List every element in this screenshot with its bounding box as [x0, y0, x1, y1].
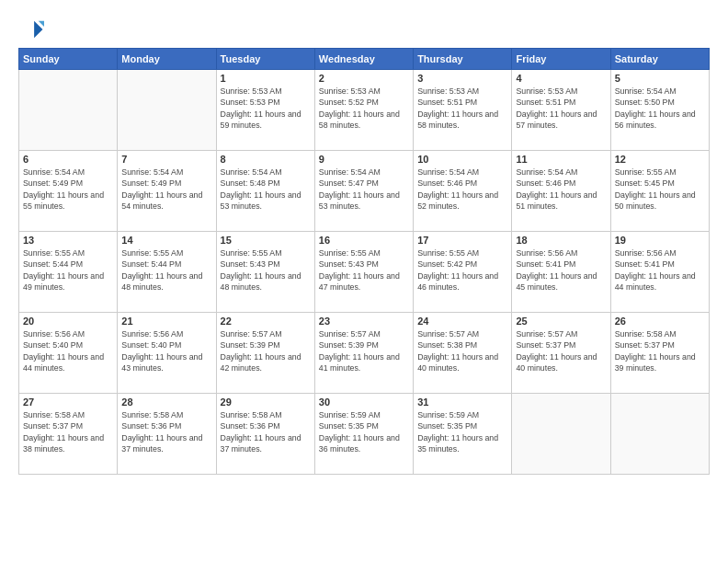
day-info: Sunrise: 5:58 AMSunset: 5:36 PMDaylight:…	[221, 409, 311, 454]
calendar-day-header: Saturday	[610, 49, 709, 70]
calendar-cell: 30Sunrise: 5:59 AMSunset: 5:35 PMDayligh…	[314, 394, 413, 475]
day-number: 8	[221, 154, 311, 165]
day-number: 4	[516, 73, 606, 84]
day-info: Sunrise: 5:57 AMSunset: 5:38 PMDaylight:…	[417, 328, 507, 373]
calendar-cell: 7Sunrise: 5:54 AMSunset: 5:49 PMDaylight…	[118, 151, 216, 232]
calendar-cell: 1Sunrise: 5:53 AMSunset: 5:53 PMDaylight…	[216, 70, 314, 151]
day-number: 2	[319, 73, 409, 84]
day-info: Sunrise: 5:58 AMSunset: 5:37 PMDaylight:…	[23, 409, 113, 454]
calendar-cell: 9Sunrise: 5:54 AMSunset: 5:47 PMDaylight…	[314, 151, 413, 232]
day-info: Sunrise: 5:53 AMSunset: 5:52 PMDaylight:…	[319, 86, 409, 131]
calendar-cell: 13Sunrise: 5:55 AMSunset: 5:44 PMDayligh…	[19, 232, 118, 313]
calendar-cell	[610, 394, 709, 475]
calendar-week-row: 20Sunrise: 5:56 AMSunset: 5:40 PMDayligh…	[19, 313, 710, 394]
day-number: 10	[417, 154, 507, 165]
day-info: Sunrise: 5:59 AMSunset: 5:35 PMDaylight:…	[417, 409, 507, 454]
day-info: Sunrise: 5:54 AMSunset: 5:49 PMDaylight:…	[23, 167, 113, 212]
day-info: Sunrise: 5:56 AMSunset: 5:41 PMDaylight:…	[516, 247, 606, 293]
day-number: 5	[615, 73, 705, 84]
day-number: 14	[121, 235, 211, 246]
calendar-week-row: 6Sunrise: 5:54 AMSunset: 5:49 PMDaylight…	[19, 151, 710, 232]
calendar-cell	[512, 394, 610, 475]
calendar-day-header: Friday	[512, 49, 610, 70]
day-info: Sunrise: 5:56 AMSunset: 5:40 PMDaylight:…	[23, 328, 113, 373]
calendar-cell: 23Sunrise: 5:57 AMSunset: 5:39 PMDayligh…	[314, 313, 413, 394]
calendar-cell: 18Sunrise: 5:56 AMSunset: 5:41 PMDayligh…	[512, 232, 610, 313]
day-number: 28	[121, 396, 211, 408]
calendar-cell: 6Sunrise: 5:54 AMSunset: 5:49 PMDaylight…	[19, 151, 118, 232]
day-info: Sunrise: 5:53 AMSunset: 5:51 PMDaylight:…	[417, 86, 507, 131]
calendar-cell: 19Sunrise: 5:56 AMSunset: 5:41 PMDayligh…	[610, 232, 709, 313]
calendar-cell	[19, 70, 118, 151]
day-info: Sunrise: 5:54 AMSunset: 5:50 PMDaylight:…	[615, 86, 705, 131]
day-number: 23	[319, 316, 409, 327]
day-number: 13	[23, 235, 113, 246]
day-number: 31	[417, 396, 507, 408]
calendar-cell: 31Sunrise: 5:59 AMSunset: 5:35 PMDayligh…	[414, 394, 512, 475]
calendar-cell: 16Sunrise: 5:55 AMSunset: 5:43 PMDayligh…	[314, 232, 413, 313]
day-info: Sunrise: 5:54 AMSunset: 5:46 PMDaylight:…	[516, 167, 606, 212]
calendar-cell: 21Sunrise: 5:56 AMSunset: 5:40 PMDayligh…	[118, 313, 216, 394]
day-info: Sunrise: 5:54 AMSunset: 5:48 PMDaylight:…	[221, 167, 311, 212]
day-number: 21	[121, 316, 211, 327]
day-info: Sunrise: 5:55 AMSunset: 5:44 PMDaylight:…	[121, 247, 211, 293]
calendar-cell: 14Sunrise: 5:55 AMSunset: 5:44 PMDayligh…	[118, 232, 216, 313]
calendar-week-row: 1Sunrise: 5:53 AMSunset: 5:53 PMDaylight…	[19, 70, 710, 151]
calendar-week-row: 27Sunrise: 5:58 AMSunset: 5:37 PMDayligh…	[19, 394, 710, 475]
day-info: Sunrise: 5:55 AMSunset: 5:43 PMDaylight:…	[221, 247, 311, 293]
calendar-cell: 11Sunrise: 5:54 AMSunset: 5:46 PMDayligh…	[512, 151, 610, 232]
day-info: Sunrise: 5:56 AMSunset: 5:41 PMDaylight:…	[615, 247, 705, 293]
day-number: 7	[121, 154, 211, 165]
calendar-cell: 8Sunrise: 5:54 AMSunset: 5:48 PMDaylight…	[216, 151, 314, 232]
day-info: Sunrise: 5:54 AMSunset: 5:46 PMDaylight:…	[417, 167, 507, 212]
calendar-cell: 3Sunrise: 5:53 AMSunset: 5:51 PMDaylight…	[414, 70, 512, 151]
day-number: 24	[417, 316, 507, 327]
header	[18, 17, 710, 42]
calendar-cell: 10Sunrise: 5:54 AMSunset: 5:46 PMDayligh…	[414, 151, 512, 232]
calendar-cell: 24Sunrise: 5:57 AMSunset: 5:38 PMDayligh…	[414, 313, 512, 394]
day-number: 20	[23, 316, 113, 327]
day-info: Sunrise: 5:57 AMSunset: 5:39 PMDaylight:…	[221, 328, 311, 373]
day-info: Sunrise: 5:53 AMSunset: 5:53 PMDaylight:…	[221, 86, 311, 131]
calendar-day-header: Monday	[118, 49, 216, 70]
day-number: 6	[23, 154, 113, 165]
calendar-cell: 22Sunrise: 5:57 AMSunset: 5:39 PMDayligh…	[216, 313, 314, 394]
day-info: Sunrise: 5:56 AMSunset: 5:40 PMDaylight:…	[121, 328, 211, 373]
page: SundayMondayTuesdayWednesdayThursdayFrid…	[0, 0, 728, 563]
calendar-cell: 15Sunrise: 5:55 AMSunset: 5:43 PMDayligh…	[216, 232, 314, 313]
day-number: 9	[319, 154, 409, 165]
logo	[18, 17, 48, 42]
calendar-cell	[118, 70, 216, 151]
day-number: 16	[319, 235, 409, 246]
day-info: Sunrise: 5:58 AMSunset: 5:36 PMDaylight:…	[121, 409, 211, 454]
svg-marker-1	[39, 21, 44, 27]
day-number: 1	[221, 73, 311, 84]
logo-icon	[18, 17, 44, 42]
day-info: Sunrise: 5:55 AMSunset: 5:44 PMDaylight:…	[23, 247, 113, 293]
day-number: 26	[615, 316, 705, 327]
calendar-cell: 20Sunrise: 5:56 AMSunset: 5:40 PMDayligh…	[19, 313, 118, 394]
day-info: Sunrise: 5:54 AMSunset: 5:49 PMDaylight:…	[121, 167, 211, 212]
day-number: 19	[615, 235, 705, 246]
day-number: 18	[516, 235, 606, 246]
calendar-cell: 5Sunrise: 5:54 AMSunset: 5:50 PMDaylight…	[610, 70, 709, 151]
calendar-cell: 12Sunrise: 5:55 AMSunset: 5:45 PMDayligh…	[610, 151, 709, 232]
calendar-week-row: 13Sunrise: 5:55 AMSunset: 5:44 PMDayligh…	[19, 232, 710, 313]
calendar-header-row: SundayMondayTuesdayWednesdayThursdayFrid…	[19, 49, 710, 70]
calendar-day-header: Wednesday	[314, 49, 413, 70]
calendar-cell: 26Sunrise: 5:58 AMSunset: 5:37 PMDayligh…	[610, 313, 709, 394]
calendar-day-header: Sunday	[19, 49, 118, 70]
calendar-table: SundayMondayTuesdayWednesdayThursdayFrid…	[18, 48, 710, 475]
day-info: Sunrise: 5:53 AMSunset: 5:51 PMDaylight:…	[516, 86, 606, 131]
day-number: 3	[417, 73, 507, 84]
calendar-cell: 2Sunrise: 5:53 AMSunset: 5:52 PMDaylight…	[314, 70, 413, 151]
day-info: Sunrise: 5:57 AMSunset: 5:39 PMDaylight:…	[319, 328, 409, 373]
calendar-day-header: Tuesday	[216, 49, 314, 70]
day-number: 15	[221, 235, 311, 246]
day-number: 29	[221, 396, 311, 408]
day-number: 22	[221, 316, 311, 327]
calendar-day-header: Thursday	[414, 49, 512, 70]
day-number: 25	[516, 316, 606, 327]
calendar-cell: 4Sunrise: 5:53 AMSunset: 5:51 PMDaylight…	[512, 70, 610, 151]
day-info: Sunrise: 5:59 AMSunset: 5:35 PMDaylight:…	[319, 409, 409, 454]
